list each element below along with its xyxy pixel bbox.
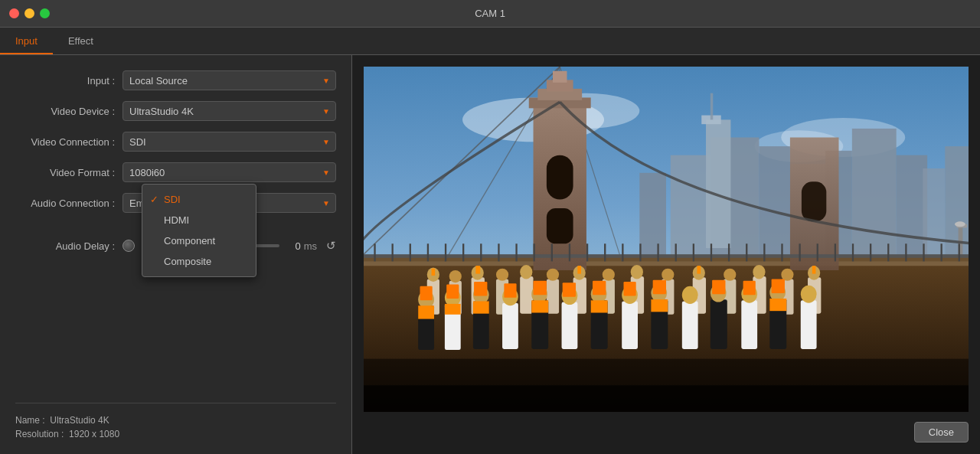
- dropdown-item-component[interactable]: Component: [142, 230, 256, 251]
- svg-rect-49: [551, 243, 553, 261]
- svg-rect-65: [835, 243, 836, 261]
- svg-rect-50: [569, 243, 570, 261]
- window-minimize-button[interactable]: [24, 8, 34, 18]
- info-resolution-label: Resolution :: [15, 429, 67, 439]
- svg-rect-151: [772, 279, 785, 294]
- svg-rect-119: [473, 301, 489, 313]
- svg-rect-55: [657, 243, 658, 261]
- svg-rect-70: [923, 243, 924, 261]
- info-section: Name : UltraStudio 4K Resolution : 1920 …: [15, 403, 336, 443]
- svg-rect-143: [710, 299, 727, 349]
- video-connection-select[interactable]: SDI HDMI Component Composite: [122, 132, 336, 152]
- svg-point-154: [801, 286, 817, 303]
- svg-point-93: [631, 265, 643, 279]
- svg-rect-89: [577, 266, 581, 273]
- svg-rect-47: [515, 243, 517, 261]
- input-select[interactable]: Local Source Network Source File: [122, 70, 336, 90]
- svg-rect-132: [593, 281, 606, 296]
- tab-effect[interactable]: Effect: [53, 29, 109, 54]
- tabs-row: Input Effect: [0, 28, 980, 55]
- info-resolution-value: 1920 x 1080: [69, 429, 119, 439]
- video-connection-select-wrapper: SDI HDMI Component Composite ▼: [122, 132, 336, 152]
- svg-rect-72: [959, 243, 960, 261]
- video-connection-row: Video Connection : SDI HDMI Component Co…: [15, 132, 336, 152]
- svg-rect-48: [534, 243, 535, 261]
- svg-point-142: [682, 286, 698, 304]
- svg-rect-60: [746, 243, 747, 261]
- window-title: CAM 1: [475, 8, 505, 19]
- video-format-select[interactable]: 1080i60 1080p60 720p60 1080i50: [122, 162, 336, 182]
- dropdown-item-hdmi[interactable]: HDMI: [142, 210, 256, 230]
- svg-rect-45: [480, 243, 482, 261]
- svg-rect-44: [462, 243, 464, 261]
- svg-rect-127: [562, 302, 578, 349]
- main-layout: Input : Local Source Network Source File…: [0, 55, 980, 454]
- svg-rect-75: [432, 269, 436, 276]
- left-panel: Input : Local Source Network Source File…: [0, 55, 352, 454]
- svg-rect-64: [817, 243, 818, 261]
- dropdown-item-composite[interactable]: Composite: [142, 251, 256, 272]
- svg-rect-66: [852, 243, 854, 261]
- svg-rect-52: [604, 243, 606, 261]
- svg-rect-110: [420, 286, 433, 301]
- video-preview: [364, 67, 969, 412]
- video-format-label: Video Format :: [15, 167, 122, 178]
- audio-delay-knob[interactable]: [122, 240, 135, 252]
- svg-rect-68: [887, 243, 889, 261]
- video-device-select-wrapper: UltraStudio 4K Blackmagic Design ▼: [122, 101, 336, 121]
- close-button[interactable]: Close: [914, 422, 969, 443]
- info-name-value: UltraStudio 4K: [50, 415, 109, 426]
- svg-rect-83: [520, 276, 533, 314]
- info-name-label: Name :: [15, 415, 47, 426]
- svg-rect-36: [802, 181, 826, 221]
- video-device-select[interactable]: UltraStudio 4K Blackmagic Design: [122, 101, 336, 121]
- window-maximize-button[interactable]: [40, 8, 50, 18]
- svg-rect-125: [534, 281, 547, 296]
- svg-rect-61: [763, 243, 765, 261]
- title-bar: CAM 1: [0, 0, 980, 28]
- svg-rect-145: [712, 280, 725, 295]
- window-close-button[interactable]: [9, 8, 19, 18]
- svg-rect-67: [870, 243, 871, 261]
- input-select-wrapper: Local Source Network Source File ▼: [122, 70, 336, 90]
- svg-rect-126: [531, 300, 548, 312]
- svg-rect-63: [799, 243, 800, 261]
- window-controls: [9, 8, 50, 18]
- audio-delay-unit: ms: [304, 240, 317, 252]
- svg-rect-34: [553, 71, 567, 83]
- svg-point-86: [547, 269, 559, 281]
- audio-connection-label: Audio Connection :: [15, 198, 122, 209]
- svg-point-102: [753, 265, 765, 279]
- dropdown-item-sdi[interactable]: SDI: [142, 189, 256, 210]
- svg-point-100: [724, 269, 736, 281]
- svg-rect-30: [547, 208, 573, 243]
- svg-rect-133: [591, 300, 608, 312]
- svg-rect-57: [693, 243, 694, 261]
- svg-rect-43: [445, 243, 446, 261]
- svg-rect-98: [697, 266, 701, 273]
- video-device-row: Video Device : UltraStudio 4K Blackmagic…: [15, 101, 336, 121]
- svg-rect-111: [418, 305, 434, 318]
- svg-rect-139: [653, 280, 666, 295]
- svg-point-84: [520, 265, 532, 279]
- svg-rect-152: [769, 299, 786, 311]
- tab-input[interactable]: Input: [0, 29, 53, 54]
- video-scene-svg: [364, 67, 969, 412]
- right-panel: Close: [352, 55, 980, 454]
- svg-rect-53: [622, 243, 623, 261]
- svg-point-104: [781, 269, 793, 281]
- svg-rect-51: [586, 243, 588, 261]
- svg-rect-156: [364, 385, 969, 412]
- svg-rect-69: [905, 243, 906, 261]
- svg-rect-46: [498, 243, 499, 261]
- svg-rect-11: [852, 129, 897, 261]
- svg-rect-148: [743, 281, 756, 296]
- svg-rect-39: [374, 243, 375, 261]
- svg-point-20: [955, 221, 965, 227]
- svg-rect-37: [364, 254, 969, 258]
- svg-rect-120: [502, 303, 518, 349]
- svg-rect-118: [474, 282, 487, 296]
- video-connection-label: Video Connection :: [15, 136, 122, 148]
- audio-delay-reset-button[interactable]: ↺: [326, 239, 336, 253]
- svg-rect-107: [812, 266, 816, 273]
